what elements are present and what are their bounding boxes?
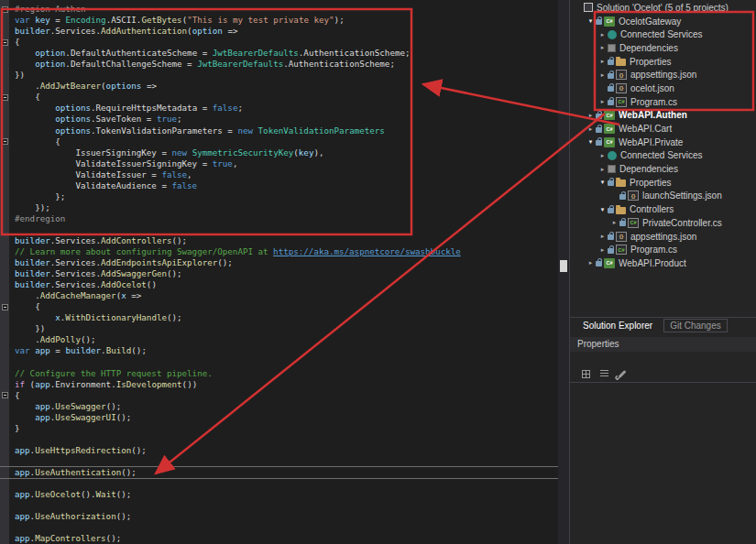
code-line[interactable]: builder.Services.AddEndpointsApiExplorer… — [0, 257, 558, 268]
tree-item-webapi-cart[interactable]: ▸C#WebAPI.Cart — [570, 122, 756, 136]
fold-collapse-icon[interactable] — [2, 94, 8, 101]
code-line[interactable]: }) — [0, 70, 558, 81]
code-line[interactable]: option.DefaultChallengeScheme = JwtBeare… — [0, 59, 558, 70]
code-line[interactable]: var app = builder.Build(); — [0, 345, 558, 356]
tree-item-privatecontroller-cs[interactable]: ▸C#PrivateController.cs — [570, 216, 756, 230]
code-line[interactable]: app.MapControllers(); — [0, 533, 558, 544]
tree-item-program-cs[interactable]: ▸C#Program.cs — [570, 243, 756, 256]
code-line[interactable]: app.UseAuthentication(); — [0, 467, 558, 478]
tree-item-properties[interactable]: ▾Properties — [570, 176, 756, 190]
chevron-right-icon[interactable]: ▸ — [597, 98, 608, 105]
code-line[interactable] — [0, 456, 558, 467]
tab-git-changes[interactable]: Git Changes — [663, 319, 728, 332]
code-line[interactable]: option.DefaultAuthenticateScheme = JwtBe… — [0, 48, 558, 59]
tree-item-properties[interactable]: ▸Properties — [570, 55, 756, 69]
code-line[interactable]: #endregion — [0, 213, 558, 224]
code-line[interactable]: if (app.Environment.IsDevelopment()) — [0, 379, 558, 390]
categorized-icon[interactable] — [579, 368, 592, 381]
code-line[interactable]: app.UseSwaggerUI(); — [0, 412, 558, 423]
chevron-right-icon[interactable]: ▸ — [597, 71, 608, 79]
fold-collapse-icon[interactable] — [2, 39, 8, 46]
tree-item-webapi-private[interactable]: ▾C#WebAPI.Private — [570, 136, 756, 149]
code-line[interactable]: x.WithDictionaryHandle(); — [0, 312, 558, 323]
chevron-right-icon[interactable]: ▸ — [597, 44, 608, 51]
code-line[interactable]: app.UseAuthorization(); — [0, 511, 558, 522]
code-line[interactable]: options.RequireHttpsMetadata = false; — [0, 103, 558, 114]
code-line[interactable]: options.SaveToken = true; — [0, 114, 558, 125]
tree-item-webapi-product[interactable]: ▸C#WebAPI.Product — [570, 256, 756, 270]
code-line[interactable] — [0, 478, 558, 489]
comment-url-link[interactable]: https://aka.ms/aspnetcore/swashbuckle — [273, 246, 461, 256]
fold-collapse-icon[interactable] — [2, 304, 8, 310]
code-line[interactable]: .AddCacheManager(x => — [0, 290, 558, 301]
code-line[interactable]: app.UseSwagger(); — [0, 401, 558, 412]
chevron-down-icon[interactable]: ▾ — [586, 138, 596, 146]
code-line[interactable]: // Learn more about configuring Swagger/… — [0, 246, 558, 257]
code-line[interactable]: { — [0, 92, 558, 103]
chevron-right-icon[interactable]: ▸ — [586, 259, 596, 267]
code-line[interactable]: }; — [0, 191, 558, 202]
chevron-down-icon[interactable]: ▾ — [597, 206, 608, 213]
tree-item-launchsettings-json[interactable]: {}launchSettings.json — [570, 190, 756, 203]
tree-item-appsettings-json[interactable]: ▸{}appsettings.json — [570, 230, 756, 244]
code-line[interactable] — [0, 434, 558, 445]
code-line[interactable]: app.UseOcelot().Wait(); — [0, 489, 558, 500]
code-line[interactable]: // Configure the HTTP request pipeline. — [0, 368, 558, 379]
tree-item-connected-services[interactable]: ▸Connected Services — [570, 27, 756, 41]
code-line[interactable]: .AddPolly(); — [0, 334, 558, 345]
fold-collapse-icon[interactable] — [2, 392, 8, 398]
tree-item-appsettings-json[interactable]: ▸{}appsettings.json — [570, 68, 756, 82]
fold-collapse-icon[interactable] — [2, 138, 8, 145]
chevron-right-icon[interactable]: ▸ — [586, 112, 596, 119]
chevron-right-icon[interactable]: ▸ — [597, 152, 608, 159]
tree-item-connected-services[interactable]: ▸Connected Services — [570, 149, 756, 163]
tree-item-ocelot-json[interactable]: {}ocelot.json — [570, 82, 756, 95]
code-line[interactable]: .AddJwtBearer(options => — [0, 81, 558, 92]
alphabetical-icon[interactable] — [597, 368, 610, 381]
tree-item-ocelotgateway[interactable]: ▾C#OcelotGateway — [570, 15, 756, 28]
tree-item-controllers[interactable]: ▾Controllers — [570, 202, 756, 216]
chevron-right-icon[interactable]: ▸ — [609, 219, 619, 226]
tab-solution-explorer[interactable]: Solution Explorer — [577, 320, 658, 332]
tree-item-solution-ocelot-5-of-5-projects[interactable]: Solution 'Ocelot' (5 of 5 projects) — [570, 1, 756, 15]
chevron-down-icon[interactable]: ▾ — [586, 17, 596, 25]
tree-item-program-cs[interactable]: ▸C#Program.cs — [570, 95, 756, 109]
code-line[interactable]: { — [0, 390, 558, 401]
code-line[interactable]: } — [0, 423, 558, 434]
code-line[interactable]: }); — [0, 202, 558, 213]
code-line[interactable]: { — [0, 301, 558, 312]
chevron-right-icon[interactable]: ▸ — [597, 31, 608, 38]
code-line[interactable]: #region Authen — [0, 4, 558, 15]
code-line[interactable]: app.UseHttpsRedirection(); — [0, 445, 558, 456]
code-editor[interactable]: #region Authenvar key = Encoding.ASCII.G… — [0, 0, 558, 544]
code-line[interactable]: }) — [0, 323, 558, 334]
editor-scrollbar[interactable] — [558, 0, 570, 544]
chevron-right-icon[interactable]: ▸ — [597, 246, 608, 254]
chevron-down-icon[interactable]: ▾ — [597, 179, 608, 186]
code-line[interactable]: builder.Services.AddSwaggerGen(); — [0, 268, 558, 279]
code-line[interactable]: builder.Services.AddAuthentication(optio… — [0, 26, 558, 37]
scrollbar-thumb[interactable] — [560, 260, 567, 272]
code-line[interactable]: IssuerSigningKey = new SymmetricSecurity… — [0, 147, 558, 158]
chevron-right-icon[interactable]: ▸ — [586, 125, 596, 133]
code-line[interactable]: ValidateIssuerSigningKey = true, — [0, 158, 558, 169]
code-line[interactable]: { — [0, 136, 558, 147]
tree-item-webapi-authen[interactable]: ▸C#WebAPI.Authen — [570, 109, 756, 123]
code-line[interactable] — [0, 357, 558, 368]
fold-collapse-icon[interactable] — [2, 6, 8, 13]
code-line[interactable]: builder.Services.AddControllers(); — [0, 235, 558, 246]
chevron-right-icon[interactable]: ▸ — [597, 58, 608, 65]
code-line[interactable] — [0, 224, 558, 235]
chevron-right-icon[interactable]: ▸ — [597, 233, 608, 240]
chevron-right-icon[interactable]: ▸ — [597, 166, 608, 173]
code-line[interactable]: ValidateIssuer = false, — [0, 169, 558, 180]
code-line[interactable]: options.TokenValidationParameters = new … — [0, 125, 558, 136]
tree-item-dependencies[interactable]: ▸Dependencies — [570, 162, 756, 176]
wrench-icon[interactable] — [616, 368, 629, 381]
code-line[interactable]: var key = Encoding.ASCII.GetBytes("This … — [0, 15, 558, 26]
code-line[interactable] — [0, 500, 558, 511]
code-line[interactable]: { — [0, 37, 558, 48]
code-line[interactable]: ValidateAudience = false — [0, 180, 558, 191]
code-line[interactable]: builder.Services.AddOcelot() — [0, 279, 558, 290]
code-line[interactable] — [0, 522, 558, 533]
